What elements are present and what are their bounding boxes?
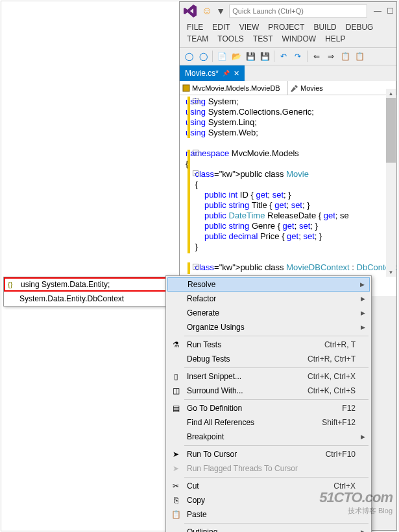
menu-item-outlining[interactable]: Outlining▶	[167, 525, 370, 532]
menu-label: Go To Definition	[187, 404, 337, 413]
scroll-up-icon[interactable]: ▲	[386, 89, 396, 98]
menu-label: Run Flagged Threads To Cursor	[187, 464, 356, 473]
menu-window[interactable]: WINDOW	[277, 33, 320, 45]
menu-separator	[184, 477, 369, 478]
toolbar: ◯ ◯ 📄 📂 💾 💾 ↶ ↷ ⇐ ⇒ 📋 📋	[180, 47, 396, 65]
scroll-down-icon[interactable]: ▼	[386, 268, 396, 277]
code-editor[interactable]: − − − − using System;using System.Collec…	[180, 95, 396, 296]
menu-item-go-to-definition[interactable]: ▤Go To DefinitionF12	[167, 401, 370, 415]
menu-test[interactable]: TEST	[248, 33, 278, 45]
fold-icon[interactable]: −	[193, 170, 199, 176]
scroll-thumb[interactable]	[386, 98, 396, 163]
blank-icon	[170, 308, 182, 318]
close-tab-icon[interactable]: ✕	[234, 69, 239, 78]
code-line[interactable]: {	[186, 159, 396, 169]
code-line[interactable]: class="kw">public class Movie	[186, 169, 396, 179]
menu-team[interactable]: TEAM	[182, 33, 213, 45]
nav-back-icon[interactable]: ⇐	[310, 50, 323, 63]
nav-fwd-icon[interactable]: ⇒	[324, 50, 337, 63]
menu-label: Find All References	[187, 418, 317, 427]
code-line[interactable]: using System.Linq;	[186, 117, 396, 128]
save-all-icon[interactable]: 💾	[258, 50, 271, 63]
code-line[interactable]: class="kw">public class MovieDBContext :…	[186, 262, 396, 273]
code-line[interactable]: {	[186, 179, 396, 190]
menu-view[interactable]: VIEW	[235, 21, 264, 33]
resolve-label: using System.Data.Entity;	[21, 280, 110, 289]
new-icon[interactable]: 📄	[215, 50, 228, 63]
code-line[interactable]: public string Genre { get; set; }	[186, 221, 396, 231]
menu-item-resolve[interactable]: Resolve▶	[167, 277, 370, 292]
fold-icon[interactable]: −	[193, 264, 199, 270]
cursor-gray-icon: ➤	[170, 463, 182, 474]
menu-help[interactable]: HELP	[320, 33, 350, 45]
copy-icon[interactable]: 📋	[339, 50, 352, 63]
menu-build[interactable]: BUILD	[309, 21, 341, 33]
menu-item-paste[interactable]: 📋Paste	[167, 507, 370, 522]
fold-icon[interactable]: −	[193, 98, 199, 104]
member-name: Movies	[300, 84, 323, 92]
feedback-icon[interactable]: ☺	[202, 5, 212, 17]
undo-icon[interactable]: ↶	[277, 50, 290, 63]
menu-item-cut[interactable]: ✂CutCtrl+X	[167, 479, 370, 493]
resolve-option-qualify[interactable]: System.Data.Entity.DbContext	[4, 292, 171, 306]
pin-icon[interactable]: 📌	[223, 70, 230, 76]
blank-icon	[171, 279, 182, 290]
menu-file[interactable]: FILE	[182, 21, 208, 33]
code-area[interactable]: using System;using System.Collections.Ge…	[186, 95, 396, 296]
tab-bar: Movie.cs* 📌 ✕	[180, 65, 396, 81]
submenu-arrow-icon: ▶	[360, 281, 367, 288]
menu-item-insert-snippet-[interactable]: ▯Insert Snippet...Ctrl+K, Ctrl+X	[167, 369, 370, 384]
code-line[interactable]: using System.Collections.Generic;	[186, 107, 396, 117]
submenu-arrow-icon: ▶	[361, 529, 367, 532]
menu-item-breakpoint[interactable]: Breakpoint▶	[167, 430, 370, 444]
menu-item-refactor[interactable]: Refactor▶	[167, 292, 370, 306]
paste-icon[interactable]: 📋	[353, 50, 366, 63]
menu-separator	[184, 399, 369, 400]
paste-icon: 📋	[170, 509, 182, 520]
code-line[interactable]: using System.Web;	[186, 128, 396, 138]
code-line[interactable]: }	[186, 242, 396, 252]
redo-icon[interactable]: ↷	[291, 50, 304, 63]
code-line[interactable]: public DateTime ReleaseDate { get; se	[186, 211, 396, 221]
code-line[interactable]: using System;	[186, 97, 396, 107]
menu-item-organize-usings[interactable]: Organize Usings▶	[167, 320, 370, 334]
menu-item-run-flagged-threads-to-cursor: ➤Run Flagged Threads To Cursor	[167, 461, 370, 476]
vertical-scrollbar[interactable]: ▲ ▼	[386, 89, 396, 277]
menu-project[interactable]: PROJECT	[263, 21, 309, 33]
forward-button[interactable]: ◯	[197, 50, 210, 63]
tab-label: Movie.cs*	[185, 69, 219, 78]
filter-icon[interactable]: ▼	[216, 6, 225, 16]
menu-label: Outlining	[187, 527, 356, 532]
menu-edit[interactable]: EDIT	[208, 21, 234, 33]
save-icon[interactable]: 💾	[244, 50, 257, 63]
fold-icon[interactable]: −	[193, 150, 199, 156]
menu-item-copy[interactable]: ⎘Copy	[167, 493, 370, 507]
copy-icon: ⎘	[170, 495, 182, 505]
menu-item-run-tests[interactable]: ⚗Run TestsCtrl+R, T	[167, 338, 370, 352]
code-line[interactable]: public string Title { get; set; }	[186, 200, 396, 211]
resolve-option-using[interactable]: {} using System.Data.Entity;	[4, 277, 171, 292]
back-button[interactable]: ◯	[182, 50, 195, 63]
menu-item-run-to-cursor[interactable]: ➤Run To CursorCtrl+F10	[167, 447, 370, 461]
minimize-button[interactable]: —	[374, 6, 381, 16]
open-icon[interactable]: 📂	[230, 50, 243, 63]
document-tab[interactable]: Movie.cs* 📌 ✕	[180, 65, 245, 81]
member-selector[interactable]: Movies	[288, 81, 396, 95]
menu-shortcut: Ctrl+K, Ctrl+X	[308, 372, 356, 381]
code-line[interactable]: public int ID { get; set; }	[186, 190, 396, 200]
menu-item-find-all-references[interactable]: Find All ReferencesShift+F12	[167, 415, 370, 430]
menu-separator	[184, 367, 369, 368]
menu-item-surround-with-[interactable]: ◫Surround With...Ctrl+K, Ctrl+S	[167, 384, 370, 398]
code-line[interactable]: namespace MvcMovie.Models	[186, 148, 396, 159]
class-selector[interactable]: MvcMovie.Models.MovieDB	[180, 81, 288, 95]
maximize-button[interactable]: ☐	[387, 6, 394, 16]
code-line[interactable]	[186, 252, 396, 262]
menu-tools[interactable]: TOOLS	[213, 33, 248, 45]
code-line[interactable]: public decimal Price { get; set; }	[186, 231, 396, 242]
menu-item-debug-tests[interactable]: Debug TestsCtrl+R, Ctrl+T	[167, 352, 370, 366]
menu-debug[interactable]: DEBUG	[341, 21, 378, 33]
code-line[interactable]	[186, 138, 396, 148]
quick-launch-input[interactable]	[229, 5, 367, 17]
menu-item-generate[interactable]: Generate▶	[167, 306, 370, 320]
blank-icon	[170, 527, 182, 532]
